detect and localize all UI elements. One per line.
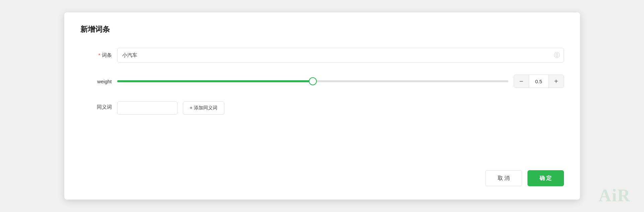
synonym-row: 同义词 + 添加同义词 <box>80 100 564 115</box>
weight-increase-button[interactable]: + <box>549 75 564 88</box>
term-input-wrapper: ⓪︎ <box>117 48 564 63</box>
air-watermark: AiR <box>598 186 631 205</box>
weight-value-input[interactable] <box>529 75 549 88</box>
clear-icon[interactable]: ⓪︎ <box>554 52 560 58</box>
weight-label: weight <box>80 79 117 84</box>
synonym-input[interactable] <box>117 101 177 115</box>
weight-row: weight − + <box>80 75 564 88</box>
weight-decrease-button[interactable]: − <box>514 75 529 88</box>
term-input[interactable] <box>117 48 564 63</box>
synonym-content: + 添加同义词 <box>117 101 224 115</box>
form-body: *词条 ⓪︎ weight − + <box>80 48 564 150</box>
slider-track-container <box>117 78 508 85</box>
slider-thumb <box>309 77 317 85</box>
dialog-title: 新增词条 <box>80 24 564 34</box>
weight-controls: − + <box>514 75 564 88</box>
term-label: *词条 <box>80 52 117 59</box>
confirm-button[interactable]: 确 定 <box>527 170 564 186</box>
synonym-label: 同义词 <box>80 101 117 110</box>
cancel-button[interactable]: 取 消 <box>485 170 522 186</box>
term-row: *词条 ⓪︎ <box>80 48 564 63</box>
slider-wrapper: − + <box>117 75 564 88</box>
add-synonym-button[interactable]: + 添加同义词 <box>183 101 224 115</box>
add-term-dialog: 新增词条 *词条 ⓪︎ weight − <box>64 12 580 200</box>
required-star: * <box>98 52 100 58</box>
dialog-footer: 取 消 确 定 <box>80 170 564 186</box>
